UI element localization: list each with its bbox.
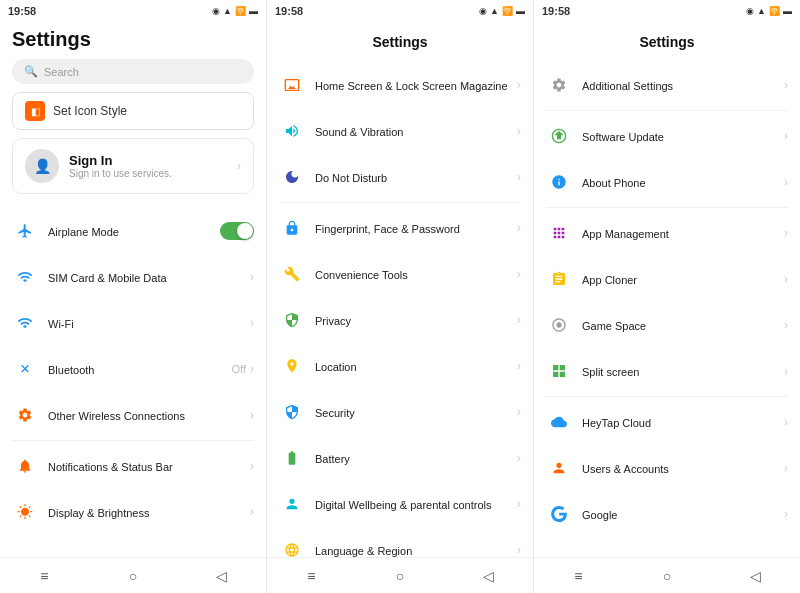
sign-in-card[interactable]: 👤 Sign In Sign in to use services. ›	[12, 138, 254, 194]
item-right: ›	[250, 459, 254, 473]
settings-list: Airplane Mode SIM Card & Mobile Data › W…	[0, 208, 266, 557]
chevron-icon: ›	[517, 359, 521, 373]
item-right: ›	[517, 124, 521, 138]
item-icon	[279, 445, 305, 471]
list-item[interactable]: Display & Brightness ›	[0, 489, 266, 535]
item-content: Users & Accounts	[582, 459, 784, 477]
list-item[interactable]: App Management ›	[534, 210, 800, 256]
settings-list: Additional Settings › Software Update › …	[534, 62, 800, 557]
panel-1: 19:58 ◉ ▲ 🛜 ▬ Settings🔍Search◧Set Icon S…	[0, 0, 267, 593]
home-button[interactable]: ○	[653, 562, 681, 590]
list-item[interactable]: Split screen ›	[534, 348, 800, 394]
list-item[interactable]: HeyTap Cloud ›	[534, 399, 800, 445]
item-right: ›	[784, 461, 788, 475]
list-item[interactable]: Notifications & Status Bar ›	[0, 443, 266, 489]
item-right: Off ›	[232, 362, 254, 376]
chevron-icon: ›	[250, 459, 254, 473]
item-right	[220, 222, 254, 240]
list-item[interactable]: Software Update ›	[534, 113, 800, 159]
item-icon	[12, 310, 38, 336]
list-item[interactable]: Security ›	[267, 389, 533, 435]
menu-button[interactable]: ≡	[30, 562, 58, 590]
item-right: ›	[250, 270, 254, 284]
list-item[interactable]: Wi-Fi ›	[0, 300, 266, 346]
location-icon: ◉	[479, 6, 487, 16]
item-label: Airplane Mode	[48, 226, 119, 238]
menu-button[interactable]: ≡	[564, 562, 592, 590]
item-icon	[279, 399, 305, 425]
chevron-icon: ›	[517, 497, 521, 511]
toggle[interactable]	[220, 222, 254, 240]
item-label: Display & Brightness	[48, 507, 150, 519]
divider	[546, 207, 788, 208]
panel-header: Settings🔍Search◧Set Icon Style 👤 Sign In…	[0, 22, 266, 208]
location-icon: ◉	[212, 6, 220, 16]
list-item[interactable]: About Phone ›	[534, 159, 800, 205]
list-item[interactable]: Airplane Mode	[0, 208, 266, 254]
item-content: Split screen	[582, 362, 784, 380]
item-right: ›	[250, 408, 254, 422]
item-label: Additional Settings	[582, 80, 673, 92]
item-label: Do Not Disturb	[315, 172, 387, 184]
list-item[interactable]: Google ›	[534, 491, 800, 537]
item-label: Google	[582, 509, 617, 521]
search-box[interactable]: 🔍Search	[12, 59, 254, 84]
list-item[interactable]: Bluetooth Off ›	[0, 346, 266, 392]
item-icon	[12, 218, 38, 244]
item-content: Game Space	[582, 316, 784, 334]
item-content: App Cloner	[582, 270, 784, 288]
list-item[interactable]: App Cloner ›	[534, 256, 800, 302]
avatar: 👤	[25, 149, 59, 183]
item-icon	[546, 455, 572, 481]
set-icon-style-button[interactable]: ◧Set Icon Style	[12, 92, 254, 130]
item-label: Language & Region	[315, 545, 412, 557]
chevron-icon: ›	[517, 543, 521, 557]
item-label: Split screen	[582, 366, 639, 378]
item-icon	[12, 499, 38, 525]
list-item[interactable]: SIM Card & Mobile Data ›	[0, 254, 266, 300]
signal-icon: ▲	[757, 6, 766, 16]
list-item[interactable]: Sound & Vibration ›	[267, 108, 533, 154]
list-item[interactable]: Battery ›	[267, 435, 533, 481]
list-item[interactable]: Game Space ›	[534, 302, 800, 348]
item-label: SIM Card & Mobile Data	[48, 272, 167, 284]
page-title: Settings	[279, 28, 521, 54]
list-item[interactable]: Digital Wellbeing & parental controls ›	[267, 481, 533, 527]
list-item[interactable]: Do Not Disturb ›	[267, 154, 533, 200]
item-right: ›	[517, 543, 521, 557]
list-item[interactable]: Home Screen & Lock Screen Magazine ›	[267, 62, 533, 108]
item-icon	[279, 353, 305, 379]
item-content: Airplane Mode	[48, 222, 220, 240]
divider	[546, 396, 788, 397]
list-item[interactable]: Location ›	[267, 343, 533, 389]
home-button[interactable]: ○	[386, 562, 414, 590]
list-item[interactable]: Additional Settings ›	[534, 62, 800, 108]
list-item[interactable]: Convenience Tools ›	[267, 251, 533, 297]
home-button[interactable]: ○	[119, 562, 147, 590]
item-content: About Phone	[582, 173, 784, 191]
location-icon: ◉	[746, 6, 754, 16]
chevron-icon: ›	[250, 408, 254, 422]
menu-button[interactable]: ≡	[297, 562, 325, 590]
list-item[interactable]: Privacy ›	[267, 297, 533, 343]
list-item[interactable]: Fingerprint, Face & Password ›	[267, 205, 533, 251]
item-right: ›	[517, 451, 521, 465]
item-right: ›	[784, 415, 788, 429]
settings-list: Home Screen & Lock Screen Magazine › Sou…	[267, 62, 533, 557]
chevron-icon: ›	[517, 313, 521, 327]
item-right: ›	[517, 221, 521, 235]
battery-icon: ▬	[516, 6, 525, 16]
item-label: Software Update	[582, 131, 664, 143]
item-content: Additional Settings	[582, 76, 784, 94]
back-button[interactable]: ◁	[742, 562, 770, 590]
back-button[interactable]: ◁	[475, 562, 503, 590]
list-item[interactable]: Other Wireless Connections ›	[0, 392, 266, 438]
list-item[interactable]: Language & Region ›	[267, 527, 533, 557]
status-icons: ◉ ▲ 🛜 ▬	[479, 6, 525, 16]
item-content: Digital Wellbeing & parental controls	[315, 495, 517, 513]
wifi-icon: 🛜	[769, 6, 780, 16]
list-item[interactable]: Users & Accounts ›	[534, 445, 800, 491]
back-button[interactable]: ◁	[208, 562, 236, 590]
item-right: ›	[784, 318, 788, 332]
status-bar: 19:58 ◉ ▲ 🛜 ▬	[534, 0, 800, 22]
